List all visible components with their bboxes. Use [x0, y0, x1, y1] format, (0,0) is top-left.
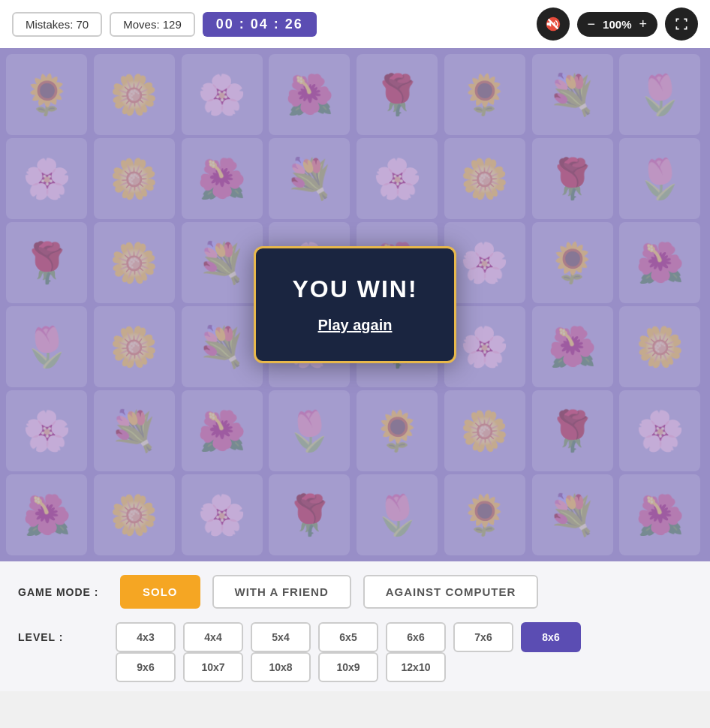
level-4x3-button[interactable]: 4x3	[116, 622, 176, 652]
level-4x4-button[interactable]: 4x4	[183, 622, 243, 652]
win-title: YOU WIN!	[292, 275, 417, 303]
mute-icon	[545, 16, 561, 32]
level-10x7-button[interactable]: 10x7	[183, 652, 243, 682]
fullscreen-icon	[674, 17, 689, 32]
mistakes-display: Mistakes: 70	[12, 12, 102, 37]
level-5x4-button[interactable]: 5x4	[251, 622, 311, 652]
zoom-level: 100%	[603, 18, 631, 31]
level-row-2: 9x6 10x7 10x8 10x9 12x10	[116, 652, 692, 682]
game-mode-label: GAME MODE :	[18, 586, 108, 598]
volume-button[interactable]	[537, 8, 570, 41]
header-bar: Mistakes: 70 Moves: 129 00 : 04 : 26 − 1…	[0, 0, 710, 48]
level-10x8-button[interactable]: 10x8	[251, 652, 311, 682]
bottom-section: GAME MODE : SOLO WITH A FRIEND AGAINST C…	[0, 561, 710, 691]
game-mode-row: GAME MODE : SOLO WITH A FRIEND AGAINST C…	[18, 575, 692, 609]
zoom-control: − 100% +	[577, 12, 657, 37]
level-9x6-button[interactable]: 9x6	[116, 652, 176, 682]
mode-against-computer-button[interactable]: AGAINST COMPUTER	[363, 575, 539, 609]
mode-solo-button[interactable]: SOLO	[120, 575, 200, 609]
fullscreen-button[interactable]	[665, 8, 698, 41]
play-again-button[interactable]: Play again	[318, 317, 393, 334]
level-6x5-button[interactable]: 6x5	[318, 622, 378, 652]
level-row-1: LEVEL : 4x3 4x4 5x4 6x5 6x6 7x6 8x6	[18, 622, 692, 652]
level-7x6-button[interactable]: 7x6	[453, 622, 513, 652]
level-12x10-button[interactable]: 12x10	[386, 652, 446, 682]
win-modal-overlay: YOU WIN! Play again	[0, 48, 710, 561]
zoom-out-button[interactable]: −	[588, 17, 596, 32]
level-10x9-button[interactable]: 10x9	[318, 652, 378, 682]
timer-display: 00 : 04 : 26	[203, 12, 317, 37]
level-label: LEVEL :	[18, 631, 108, 643]
level-8x6-button[interactable]: 8x6	[521, 622, 581, 652]
moves-display: Moves: 129	[110, 12, 195, 37]
level-6x6-button[interactable]: 6x6	[386, 622, 446, 652]
game-area: 🌻🌼🌸🌺🌹🌻💐🌷🌸🌼🌺💐🌸🌼🌹🌷🌹🌼💐🌸🌺🌸🌻🌺🌷🌼💐🌸🌹🌸🌺🌼🌸💐🌺🌷🌻🌼🌹🌸…	[0, 48, 710, 561]
zoom-in-button[interactable]: +	[639, 17, 647, 32]
mode-with-friend-button[interactable]: WITH A FRIEND	[212, 575, 351, 609]
win-modal: YOU WIN! Play again	[254, 246, 456, 363]
